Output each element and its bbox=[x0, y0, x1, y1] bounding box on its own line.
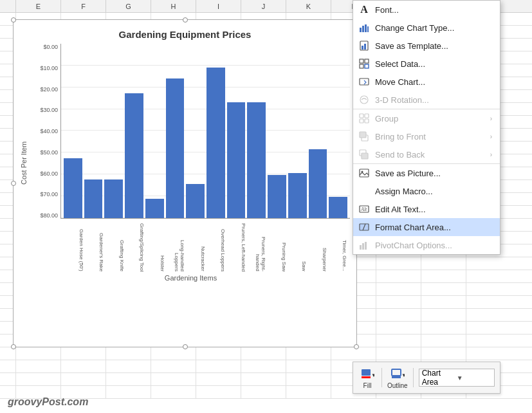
grid-cell[interactable] bbox=[106, 360, 151, 373]
svg-rect-33 bbox=[392, 369, 401, 376]
grid-cell[interactable] bbox=[421, 283, 466, 296]
y-axis-tick: $0.00 bbox=[32, 44, 58, 50]
format-chart-area-label: Format Chart Area... bbox=[375, 223, 492, 232]
grid-cell[interactable] bbox=[196, 360, 241, 373]
resize-handle-bottom-left[interactable] bbox=[11, 344, 16, 349]
y-axis-tick: $60.00 bbox=[32, 170, 58, 177]
col-header-i: I bbox=[196, 0, 241, 12]
grid-cell[interactable] bbox=[421, 296, 466, 309]
grid-cell[interactable] bbox=[376, 257, 421, 270]
col-header-g: G bbox=[106, 0, 151, 12]
grid-cell[interactable] bbox=[376, 270, 421, 283]
grid-cell[interactable] bbox=[286, 360, 331, 373]
grid-cell[interactable] bbox=[151, 386, 196, 399]
grid-cell[interactable] bbox=[421, 347, 466, 360]
grid-cell[interactable] bbox=[151, 373, 196, 386]
svg-rect-18 bbox=[360, 132, 366, 138]
grid-cell[interactable] bbox=[376, 309, 421, 322]
menu-item-select-data[interactable]: Select Data... bbox=[353, 55, 500, 73]
grid-cell[interactable] bbox=[241, 360, 286, 373]
grid-cell[interactable] bbox=[151, 347, 196, 360]
chart-area-dropdown[interactable]: Chart Area ▼ bbox=[419, 369, 495, 387]
grid-cell[interactable] bbox=[376, 335, 421, 347]
grid-cell[interactable] bbox=[106, 386, 151, 399]
menu-item-font[interactable]: AFont... bbox=[353, 1, 500, 19]
grid-cell[interactable] bbox=[0, 347, 16, 360]
y-axis-tick: $50.00 bbox=[32, 149, 58, 156]
resize-handle-bottom[interactable] bbox=[183, 344, 188, 349]
grid-cell[interactable] bbox=[0, 360, 16, 373]
dropdown-arrow-icon: ▼ bbox=[457, 374, 491, 381]
bar bbox=[288, 173, 307, 218]
watermark: groovyPost.com bbox=[8, 396, 88, 408]
grid-cell[interactable] bbox=[421, 322, 466, 335]
grid-cell[interactable] bbox=[376, 322, 421, 335]
grid-cell[interactable] bbox=[241, 347, 286, 360]
bar bbox=[125, 93, 143, 218]
grid-cell[interactable] bbox=[241, 373, 286, 386]
grid-cell[interactable] bbox=[196, 386, 241, 399]
svg-rect-16 bbox=[365, 119, 369, 123]
grid-cell[interactable] bbox=[421, 309, 466, 322]
grid-cell[interactable] bbox=[61, 373, 106, 386]
menu-item-change-chart-type[interactable]: Change Chart Type... bbox=[353, 19, 500, 37]
resize-handle-top[interactable] bbox=[183, 17, 188, 23]
chart-plot-area: $80.00$70.00$60.00$50.00$40.00$30.00$20.… bbox=[32, 44, 350, 282]
font-label: Font... bbox=[375, 5, 492, 15]
move-chart-icon bbox=[358, 76, 370, 87]
grid-cell[interactable] bbox=[241, 386, 286, 399]
grid-cell[interactable] bbox=[421, 270, 466, 283]
select-data-label: Select Data... bbox=[375, 59, 492, 69]
grid-cell[interactable] bbox=[421, 257, 466, 270]
menu-item-3d-rotation: 3-D Rotation... bbox=[353, 91, 500, 109]
grid-cell[interactable] bbox=[421, 335, 466, 347]
bring-to-front-label: Bring to Front bbox=[375, 132, 485, 142]
svg-rect-10 bbox=[365, 64, 369, 68]
svg-rect-9 bbox=[360, 64, 363, 68]
resize-handle-bottom-right[interactable] bbox=[354, 344, 359, 349]
resize-handle-top-left[interactable] bbox=[11, 17, 16, 23]
svg-text:Alt: Alt bbox=[360, 206, 367, 212]
col-header-k: K bbox=[286, 0, 331, 12]
save-as-picture-icon bbox=[358, 167, 370, 179]
group-arrow-icon: › bbox=[490, 115, 492, 122]
grid-cell[interactable] bbox=[376, 347, 421, 360]
grid-cell[interactable] bbox=[196, 347, 241, 360]
svg-text:▼: ▼ bbox=[371, 372, 374, 378]
menu-item-assign-macro[interactable]: Assign Macro... bbox=[353, 182, 500, 200]
grid-cell[interactable] bbox=[106, 373, 151, 386]
save-as-template-label: Save as Template... bbox=[375, 41, 492, 51]
svg-rect-34 bbox=[392, 376, 401, 378]
grid-cell[interactable] bbox=[61, 360, 106, 373]
svg-rect-2 bbox=[365, 24, 367, 32]
bar-wrapper bbox=[247, 46, 266, 218]
menu-item-save-as-template[interactable]: Save as Template... bbox=[353, 37, 500, 55]
grid-cell[interactable] bbox=[151, 360, 196, 373]
grid-cell[interactable] bbox=[196, 373, 241, 386]
menu-item-format-chart-area[interactable]: Format Chart Area... bbox=[353, 218, 500, 236]
grid-cell[interactable] bbox=[286, 373, 331, 386]
outline-button[interactable]: ▼ Outline bbox=[387, 367, 408, 389]
x-label: Holster bbox=[147, 220, 165, 271]
row-header bbox=[0, 0, 16, 12]
menu-item-save-as-picture[interactable]: Save as Picture... bbox=[353, 163, 500, 182]
grid-cell[interactable] bbox=[331, 347, 376, 360]
svg-point-12 bbox=[360, 96, 368, 104]
grid-cell[interactable] bbox=[376, 296, 421, 309]
menu-item-move-chart[interactable]: Move Chart... bbox=[353, 73, 500, 91]
grid-cell[interactable] bbox=[16, 373, 61, 386]
pivotchart-options-label: PivotChart Options... bbox=[375, 241, 492, 250]
grid-cell[interactable] bbox=[106, 347, 151, 360]
menu-item-edit-alt-text[interactable]: AltEdit Alt Text... bbox=[353, 200, 500, 218]
grid-cell[interactable] bbox=[16, 360, 61, 373]
grid-cell[interactable] bbox=[0, 373, 16, 386]
chart-container[interactable]: Gardening Equipment Prices Cost Per Item… bbox=[13, 19, 357, 347]
grid-cell[interactable] bbox=[286, 386, 331, 399]
grid-cell[interactable] bbox=[16, 347, 61, 360]
grid-cell[interactable] bbox=[286, 347, 331, 360]
svg-rect-29 bbox=[365, 242, 367, 250]
fill-button[interactable]: ▼ Fill bbox=[358, 367, 376, 389]
grid-cell[interactable] bbox=[61, 347, 106, 360]
grid-cell[interactable] bbox=[376, 283, 421, 296]
resize-handle-left[interactable] bbox=[11, 181, 16, 186]
